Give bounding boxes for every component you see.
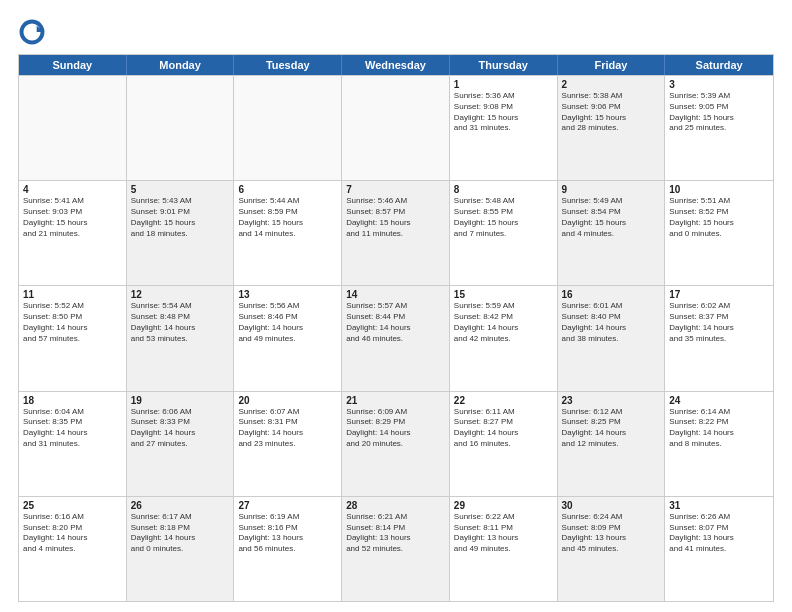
cal-cell-4-1: 18Sunrise: 6:04 AMSunset: 8:35 PMDayligh… <box>19 392 127 496</box>
cal-cell-4-6: 23Sunrise: 6:12 AMSunset: 8:25 PMDayligh… <box>558 392 666 496</box>
cal-cell-4-5: 22Sunrise: 6:11 AMSunset: 8:27 PMDayligh… <box>450 392 558 496</box>
cell-text: Sunrise: 6:02 AMSunset: 8:37 PMDaylight:… <box>669 301 769 344</box>
day-number: 13 <box>238 289 337 300</box>
cal-cell-1-6: 2Sunrise: 5:38 AMSunset: 9:06 PMDaylight… <box>558 76 666 180</box>
cal-cell-5-1: 25Sunrise: 6:16 AMSunset: 8:20 PMDayligh… <box>19 497 127 601</box>
day-number: 8 <box>454 184 553 195</box>
cal-cell-2-3: 6Sunrise: 5:44 AMSunset: 8:59 PMDaylight… <box>234 181 342 285</box>
cal-cell-2-6: 9Sunrise: 5:49 AMSunset: 8:54 PMDaylight… <box>558 181 666 285</box>
day-number: 7 <box>346 184 445 195</box>
weekday-header-friday: Friday <box>558 55 666 75</box>
weekday-header-saturday: Saturday <box>665 55 773 75</box>
day-number: 18 <box>23 395 122 406</box>
cell-text: Sunrise: 6:26 AMSunset: 8:07 PMDaylight:… <box>669 512 769 555</box>
cal-cell-2-5: 8Sunrise: 5:48 AMSunset: 8:55 PMDaylight… <box>450 181 558 285</box>
cal-cell-4-2: 19Sunrise: 6:06 AMSunset: 8:33 PMDayligh… <box>127 392 235 496</box>
calendar: SundayMondayTuesdayWednesdayThursdayFrid… <box>18 54 774 602</box>
page: SundayMondayTuesdayWednesdayThursdayFrid… <box>0 0 792 612</box>
weekday-header-sunday: Sunday <box>19 55 127 75</box>
cal-cell-1-3 <box>234 76 342 180</box>
cal-cell-3-1: 11Sunrise: 5:52 AMSunset: 8:50 PMDayligh… <box>19 286 127 390</box>
cell-text: Sunrise: 6:14 AMSunset: 8:22 PMDaylight:… <box>669 407 769 450</box>
cell-text: Sunrise: 5:54 AMSunset: 8:48 PMDaylight:… <box>131 301 230 344</box>
weekday-header-thursday: Thursday <box>450 55 558 75</box>
day-number: 14 <box>346 289 445 300</box>
week-row-5: 25Sunrise: 6:16 AMSunset: 8:20 PMDayligh… <box>19 496 773 601</box>
logo-icon <box>18 18 46 46</box>
cal-cell-1-7: 3Sunrise: 5:39 AMSunset: 9:05 PMDaylight… <box>665 76 773 180</box>
cell-text: Sunrise: 5:44 AMSunset: 8:59 PMDaylight:… <box>238 196 337 239</box>
cell-text: Sunrise: 5:57 AMSunset: 8:44 PMDaylight:… <box>346 301 445 344</box>
weekday-header-monday: Monday <box>127 55 235 75</box>
day-number: 10 <box>669 184 769 195</box>
cal-cell-2-1: 4Sunrise: 5:41 AMSunset: 9:03 PMDaylight… <box>19 181 127 285</box>
cell-text: Sunrise: 6:16 AMSunset: 8:20 PMDaylight:… <box>23 512 122 555</box>
cal-cell-3-6: 16Sunrise: 6:01 AMSunset: 8:40 PMDayligh… <box>558 286 666 390</box>
header <box>18 18 774 46</box>
day-number: 27 <box>238 500 337 511</box>
day-number: 2 <box>562 79 661 90</box>
cell-text: Sunrise: 5:41 AMSunset: 9:03 PMDaylight:… <box>23 196 122 239</box>
cal-cell-3-4: 14Sunrise: 5:57 AMSunset: 8:44 PMDayligh… <box>342 286 450 390</box>
cell-text: Sunrise: 5:49 AMSunset: 8:54 PMDaylight:… <box>562 196 661 239</box>
day-number: 24 <box>669 395 769 406</box>
day-number: 12 <box>131 289 230 300</box>
cell-text: Sunrise: 6:21 AMSunset: 8:14 PMDaylight:… <box>346 512 445 555</box>
day-number: 30 <box>562 500 661 511</box>
day-number: 4 <box>23 184 122 195</box>
weekday-header-tuesday: Tuesday <box>234 55 342 75</box>
day-number: 16 <box>562 289 661 300</box>
cal-cell-1-1 <box>19 76 127 180</box>
cell-text: Sunrise: 5:51 AMSunset: 8:52 PMDaylight:… <box>669 196 769 239</box>
cell-text: Sunrise: 6:17 AMSunset: 8:18 PMDaylight:… <box>131 512 230 555</box>
cal-cell-5-2: 26Sunrise: 6:17 AMSunset: 8:18 PMDayligh… <box>127 497 235 601</box>
day-number: 6 <box>238 184 337 195</box>
cell-text: Sunrise: 5:43 AMSunset: 9:01 PMDaylight:… <box>131 196 230 239</box>
day-number: 15 <box>454 289 553 300</box>
cell-text: Sunrise: 5:36 AMSunset: 9:08 PMDaylight:… <box>454 91 553 134</box>
calendar-header-row: SundayMondayTuesdayWednesdayThursdayFrid… <box>19 55 773 75</box>
week-row-4: 18Sunrise: 6:04 AMSunset: 8:35 PMDayligh… <box>19 391 773 496</box>
day-number: 9 <box>562 184 661 195</box>
cal-cell-2-4: 7Sunrise: 5:46 AMSunset: 8:57 PMDaylight… <box>342 181 450 285</box>
cell-text: Sunrise: 5:52 AMSunset: 8:50 PMDaylight:… <box>23 301 122 344</box>
cell-text: Sunrise: 6:11 AMSunset: 8:27 PMDaylight:… <box>454 407 553 450</box>
cal-cell-5-7: 31Sunrise: 6:26 AMSunset: 8:07 PMDayligh… <box>665 497 773 601</box>
cal-cell-3-5: 15Sunrise: 5:59 AMSunset: 8:42 PMDayligh… <box>450 286 558 390</box>
cal-cell-3-3: 13Sunrise: 5:56 AMSunset: 8:46 PMDayligh… <box>234 286 342 390</box>
cell-text: Sunrise: 6:01 AMSunset: 8:40 PMDaylight:… <box>562 301 661 344</box>
cell-text: Sunrise: 6:04 AMSunset: 8:35 PMDaylight:… <box>23 407 122 450</box>
cal-cell-1-2 <box>127 76 235 180</box>
day-number: 23 <box>562 395 661 406</box>
cal-cell-4-7: 24Sunrise: 6:14 AMSunset: 8:22 PMDayligh… <box>665 392 773 496</box>
logo <box>18 18 50 46</box>
cell-text: Sunrise: 5:56 AMSunset: 8:46 PMDaylight:… <box>238 301 337 344</box>
cell-text: Sunrise: 6:12 AMSunset: 8:25 PMDaylight:… <box>562 407 661 450</box>
day-number: 26 <box>131 500 230 511</box>
cal-cell-5-5: 29Sunrise: 6:22 AMSunset: 8:11 PMDayligh… <box>450 497 558 601</box>
cal-cell-1-4 <box>342 76 450 180</box>
week-row-3: 11Sunrise: 5:52 AMSunset: 8:50 PMDayligh… <box>19 285 773 390</box>
cal-cell-1-5: 1Sunrise: 5:36 AMSunset: 9:08 PMDaylight… <box>450 76 558 180</box>
day-number: 1 <box>454 79 553 90</box>
day-number: 22 <box>454 395 553 406</box>
cell-text: Sunrise: 5:39 AMSunset: 9:05 PMDaylight:… <box>669 91 769 134</box>
cell-text: Sunrise: 6:19 AMSunset: 8:16 PMDaylight:… <box>238 512 337 555</box>
day-number: 20 <box>238 395 337 406</box>
week-row-2: 4Sunrise: 5:41 AMSunset: 9:03 PMDaylight… <box>19 180 773 285</box>
cal-cell-2-2: 5Sunrise: 5:43 AMSunset: 9:01 PMDaylight… <box>127 181 235 285</box>
cal-cell-2-7: 10Sunrise: 5:51 AMSunset: 8:52 PMDayligh… <box>665 181 773 285</box>
cal-cell-3-7: 17Sunrise: 6:02 AMSunset: 8:37 PMDayligh… <box>665 286 773 390</box>
cell-text: Sunrise: 6:09 AMSunset: 8:29 PMDaylight:… <box>346 407 445 450</box>
cal-cell-4-4: 21Sunrise: 6:09 AMSunset: 8:29 PMDayligh… <box>342 392 450 496</box>
cell-text: Sunrise: 6:24 AMSunset: 8:09 PMDaylight:… <box>562 512 661 555</box>
day-number: 11 <box>23 289 122 300</box>
week-row-1: 1Sunrise: 5:36 AMSunset: 9:08 PMDaylight… <box>19 75 773 180</box>
cal-cell-5-4: 28Sunrise: 6:21 AMSunset: 8:14 PMDayligh… <box>342 497 450 601</box>
cell-text: Sunrise: 6:22 AMSunset: 8:11 PMDaylight:… <box>454 512 553 555</box>
day-number: 25 <box>23 500 122 511</box>
day-number: 17 <box>669 289 769 300</box>
cal-cell-5-6: 30Sunrise: 6:24 AMSunset: 8:09 PMDayligh… <box>558 497 666 601</box>
day-number: 19 <box>131 395 230 406</box>
cal-cell-3-2: 12Sunrise: 5:54 AMSunset: 8:48 PMDayligh… <box>127 286 235 390</box>
